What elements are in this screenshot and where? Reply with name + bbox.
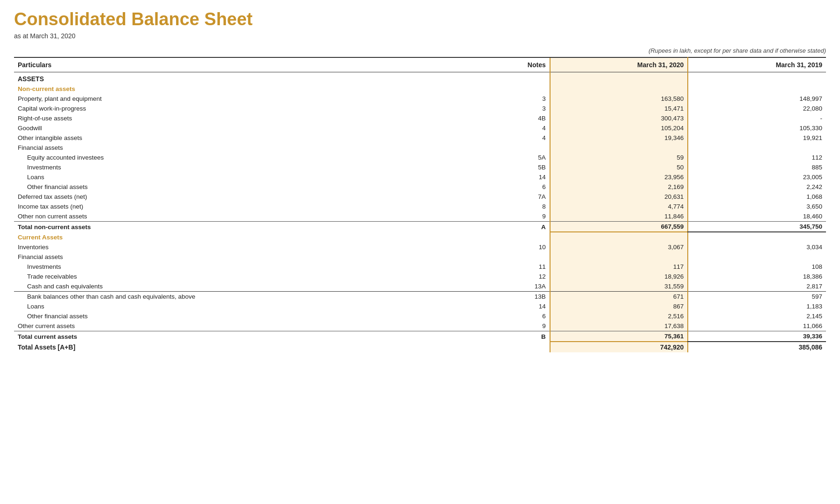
table-row: Deferred tax assets (net) 7A 20,631 1,06… <box>14 192 826 202</box>
row-label: Other financial assets <box>14 182 485 192</box>
cell-2019: 18,460 <box>688 211 826 222</box>
cell-2019: 11,066 <box>688 321 826 331</box>
cell-2020: 2,516 <box>550 311 688 321</box>
cell-2019 <box>688 84 826 94</box>
row-label: Financial assets <box>14 143 485 153</box>
row-label: Financial assets <box>14 252 485 262</box>
row-notes: 12 <box>485 272 550 281</box>
col-header-2020: March 31, 2020 <box>550 57 688 72</box>
table-row: Other non current assets 9 11,846 18,460 <box>14 211 826 222</box>
table-row: Total Assets [A+B] 742,920 385,086 <box>14 342 826 352</box>
cell-2019: - <box>688 113 826 123</box>
row-notes: 4B <box>485 113 550 123</box>
table-row: Income tax assets (net) 8 4,774 3,650 <box>14 202 826 211</box>
row-notes: 5A <box>485 153 550 162</box>
row-label: Investments <box>14 162 485 172</box>
cell-2019: 22,080 <box>688 104 826 113</box>
cell-2020: 163,580 <box>550 94 688 104</box>
table-row: Right-of-use assets 4B 300,473 - <box>14 113 826 123</box>
cell-2020: 667,559 <box>550 222 688 232</box>
row-label: Loans <box>14 172 485 182</box>
row-notes: 3 <box>485 104 550 113</box>
cell-2020 <box>550 143 688 153</box>
cell-2020: 4,774 <box>550 202 688 211</box>
row-label: Total Assets [A+B] <box>14 342 485 352</box>
row-label: Trade receivables <box>14 272 485 281</box>
page-title: Consolidated Balance Sheet <box>14 9 826 29</box>
row-label: Other financial assets <box>14 311 485 321</box>
table-row: Inventories 10 3,067 3,034 <box>14 242 826 252</box>
row-notes: 7A <box>485 192 550 202</box>
cell-2019: 148,997 <box>688 94 826 104</box>
cell-2020: 18,926 <box>550 272 688 281</box>
cell-2020: 20,631 <box>550 192 688 202</box>
table-row: Total non-current assets A 667,559 345,7… <box>14 222 826 232</box>
row-label: Investments <box>14 262 485 272</box>
row-notes: 13A <box>485 281 550 292</box>
cell-2019: 385,086 <box>688 342 826 352</box>
table-header-row: Particulars Notes March 31, 2020 March 3… <box>14 57 826 72</box>
cell-2020 <box>550 252 688 262</box>
cell-2020: 867 <box>550 301 688 311</box>
row-label: Other non current assets <box>14 211 485 222</box>
cell-2019: 23,005 <box>688 172 826 182</box>
row-notes: 6 <box>485 311 550 321</box>
currency-note: (Rupees in lakh, except for per share da… <box>14 47 826 54</box>
row-notes: 9 <box>485 211 550 222</box>
cell-2019: 3,650 <box>688 202 826 211</box>
cell-2020: 105,204 <box>550 123 688 133</box>
row-notes: 11 <box>485 262 550 272</box>
subsection-label: Non-current assets <box>14 84 550 94</box>
row-notes: 8 <box>485 202 550 211</box>
row-label: Other intangible assets <box>14 133 485 143</box>
cell-2019: 1,068 <box>688 192 826 202</box>
table-row: Investments 5B 50 885 <box>14 162 826 172</box>
row-notes <box>485 342 550 352</box>
cell-2020: 15,471 <box>550 104 688 113</box>
table-row: Financial assets <box>14 143 826 153</box>
table-row: Loans 14 867 1,183 <box>14 301 826 311</box>
balance-sheet-table: Particulars Notes March 31, 2020 March 3… <box>14 57 826 352</box>
cell-2020: 3,067 <box>550 242 688 252</box>
cell-2019: 345,750 <box>688 222 826 232</box>
cell-2020: 117 <box>550 262 688 272</box>
row-notes: 9 <box>485 321 550 331</box>
row-label: Cash and cash equivalents <box>14 281 485 292</box>
cell-2019: 2,817 <box>688 281 826 292</box>
cell-2020: 17,638 <box>550 321 688 331</box>
cell-2020: 59 <box>550 153 688 162</box>
row-label: Inventories <box>14 242 485 252</box>
cell-2020: 23,956 <box>550 172 688 182</box>
cell-2019: 19,921 <box>688 133 826 143</box>
cell-2020: 300,473 <box>550 113 688 123</box>
cell-2019 <box>688 232 826 242</box>
row-label: Capital work-in-progress <box>14 104 485 113</box>
table-row: Property, plant and equipment 3 163,580 … <box>14 94 826 104</box>
row-label: Other current assets <box>14 321 485 331</box>
section-label: ASSETS <box>14 72 550 84</box>
table-row: Equity accounted investees 5A 59 112 <box>14 153 826 162</box>
table-row: Loans 14 23,956 23,005 <box>14 172 826 182</box>
cell-2019: 2,145 <box>688 311 826 321</box>
table-row: Non-current assets <box>14 84 826 94</box>
cell-2019: 39,336 <box>688 331 826 342</box>
row-label: Property, plant and equipment <box>14 94 485 104</box>
subtitle: as at March 31, 2020 <box>14 32 826 40</box>
cell-2019: 18,386 <box>688 272 826 281</box>
row-label: Right-of-use assets <box>14 113 485 123</box>
cell-2020: 19,346 <box>550 133 688 143</box>
cell-2019 <box>688 143 826 153</box>
table-row: Trade receivables 12 18,926 18,386 <box>14 272 826 281</box>
col-header-2019: March 31, 2019 <box>688 57 826 72</box>
cell-2019: 112 <box>688 153 826 162</box>
table-row: Other financial assets 6 2,516 2,145 <box>14 311 826 321</box>
cell-2020: 11,846 <box>550 211 688 222</box>
cell-2019: 3,034 <box>688 242 826 252</box>
cell-2020 <box>550 232 688 242</box>
row-notes: 13B <box>485 292 550 302</box>
row-label: Equity accounted investees <box>14 153 485 162</box>
cell-2019: 105,330 <box>688 123 826 133</box>
row-label: Deferred tax assets (net) <box>14 192 485 202</box>
cell-2020: 671 <box>550 292 688 302</box>
col-header-notes: Notes <box>485 57 550 72</box>
